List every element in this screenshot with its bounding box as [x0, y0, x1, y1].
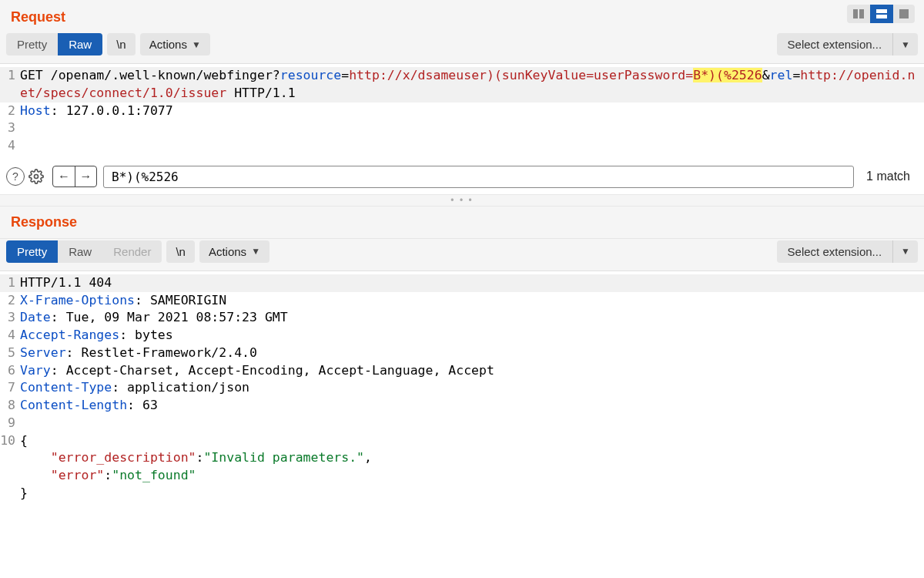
- request-search-bar: ? ← → 1 match: [0, 161, 924, 194]
- tab-pretty[interactable]: Pretty: [6, 33, 58, 55]
- line-number: 3: [0, 119, 20, 137]
- code-content: Host: 127.0.0.1:7077: [20, 102, 924, 120]
- line-number: 3: [0, 309, 20, 327]
- line-number: 2: [0, 102, 20, 120]
- request-title: Request: [11, 5, 65, 32]
- line-number: 4: [0, 137, 20, 155]
- line-number: 1: [0, 67, 20, 85]
- code-content: GET /openam/.well-known/webfinger?resour…: [20, 67, 924, 102]
- search-input[interactable]: [103, 166, 854, 188]
- search-next[interactable]: →: [75, 166, 96, 187]
- tab-raw[interactable]: Raw: [58, 240, 102, 263]
- tab-pretty[interactable]: Pretty: [6, 240, 58, 263]
- actions-label: Actions: [209, 245, 246, 258]
- actions-label: Actions: [149, 38, 187, 51]
- line-number: 8: [0, 397, 20, 415]
- chevron-down-icon: ▼: [251, 246, 260, 257]
- request-body[interactable]: 1 GET /openam/.well-known/webfinger?reso…: [0, 64, 924, 161]
- line-number: 10: [0, 432, 20, 450]
- select-extension[interactable]: Select extension... ▼: [777, 33, 918, 55]
- line-number: 9: [0, 415, 20, 432]
- search-prev[interactable]: ←: [53, 166, 75, 187]
- newline-toggle[interactable]: \n: [166, 240, 195, 263]
- chevron-down-icon: ▼: [192, 39, 201, 50]
- response-title: Response: [0, 207, 924, 239]
- select-extension-label: Select extension...: [777, 240, 894, 263]
- help-icon[interactable]: ?: [6, 167, 25, 186]
- request-tab-group: Pretty Raw: [6, 33, 102, 55]
- view-mode-switch: [847, 5, 915, 23]
- line-number: 5: [0, 344, 20, 362]
- view-single[interactable]: [893, 5, 915, 23]
- gear-icon[interactable]: [26, 166, 46, 187]
- tab-raw[interactable]: Raw: [58, 33, 102, 55]
- line-number: 1: [0, 274, 20, 292]
- response-toolbar: Pretty Raw Render \n Actions ▼ Select ex…: [0, 239, 924, 271]
- actions-button[interactable]: Actions ▼: [199, 240, 270, 263]
- line-number: 2: [0, 292, 20, 310]
- actions-button[interactable]: Actions ▼: [140, 33, 210, 55]
- chevron-down-icon: ▼: [893, 33, 918, 55]
- tab-render[interactable]: Render: [102, 240, 162, 263]
- code-content: HTTP/1.1 404: [20, 274, 924, 292]
- search-match-count: 1 match: [855, 170, 916, 183]
- select-extension[interactable]: Select extension... ▼: [777, 240, 918, 263]
- newline-toggle[interactable]: \n: [107, 33, 136, 55]
- search-nav: ← →: [52, 166, 97, 187]
- response-tab-group: Pretty Raw Render: [6, 240, 162, 263]
- line-number: 4: [0, 327, 20, 344]
- select-extension-label: Select extension...: [777, 33, 894, 55]
- line-number: 7: [0, 379, 20, 397]
- view-columns[interactable]: [847, 5, 870, 23]
- panel-divider[interactable]: • • •: [0, 194, 924, 207]
- svg-point-0: [35, 175, 38, 179]
- line-number: 6: [0, 362, 20, 380]
- response-body[interactable]: 1 HTTP/1.1 404 2X-Frame-Options: SAMEORI…: [0, 271, 924, 509]
- view-stacked[interactable]: [870, 5, 893, 23]
- request-toolbar: Pretty Raw \n Actions ▼ Select extension…: [0, 32, 924, 64]
- chevron-down-icon: ▼: [893, 240, 918, 263]
